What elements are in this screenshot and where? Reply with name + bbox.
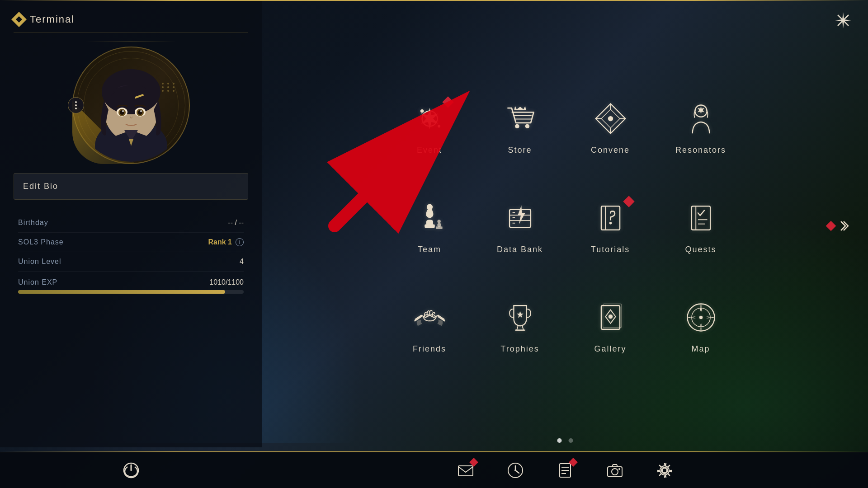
svg-rect-32 <box>437 223 441 226</box>
svg-point-19 <box>515 124 519 128</box>
more-arrow[interactable] <box>827 219 850 233</box>
left-panel: Terminal <box>0 0 262 447</box>
svg-point-70 <box>612 469 618 475</box>
stats-section: Birthday -- / -- SOL3 Phase Rank 1 i Uni… <box>14 213 248 298</box>
svg-rect-60 <box>458 466 473 476</box>
exp-header: Union EXP 1010/1100 <box>18 278 244 286</box>
svg-rect-27 <box>425 224 435 228</box>
trophies-label: Trophies <box>500 344 539 354</box>
bottom-clock-button[interactable] <box>504 459 527 482</box>
union-level-value: 4 <box>240 258 244 266</box>
power-button[interactable] <box>120 459 142 482</box>
settings-icon <box>656 461 674 479</box>
birthday-value: -- / -- <box>228 219 244 227</box>
menu-item-friends[interactable]: Friends <box>384 276 475 375</box>
svg-point-33 <box>437 220 441 223</box>
birthday-row: Birthday -- / -- <box>18 213 244 233</box>
info-icon[interactable]: i <box>236 238 244 246</box>
bottom-settings-button[interactable] <box>653 459 676 482</box>
svg-point-74 <box>662 468 667 473</box>
svg-point-16 <box>438 125 440 127</box>
bottom-mail-button[interactable] <box>454 459 477 482</box>
svg-point-4 <box>102 69 160 114</box>
resonators-icon-container <box>680 98 721 139</box>
resonators-icon <box>684 102 718 136</box>
edit-bio-button[interactable]: Edit Bio <box>14 173 248 200</box>
event-label: Event <box>417 145 442 155</box>
birthday-label: Birthday <box>18 219 48 227</box>
union-exp-value: 1010/1100 <box>209 278 244 286</box>
resonators-label: Resonators <box>675 145 726 155</box>
menu-item-trophies[interactable]: Trophies <box>475 276 565 375</box>
bottom-camera-button[interactable] <box>604 459 626 482</box>
convene-icon <box>594 102 627 136</box>
terminal-header: Terminal <box>14 9 248 33</box>
store-icon <box>503 102 537 136</box>
union-level-label: Union Level <box>18 258 61 266</box>
exp-bar-fill <box>18 290 225 294</box>
character-illustration <box>72 47 190 164</box>
terminal-diamond-icon <box>11 12 27 27</box>
bottom-notes-button[interactable] <box>554 459 576 482</box>
menu-item-databank[interactable]: Data Bank <box>475 176 565 276</box>
svg-point-71 <box>618 468 620 470</box>
convene-label: Convene <box>591 145 630 155</box>
union-exp-label: Union EXP <box>18 278 57 286</box>
databank-label: Data Bank <box>497 245 543 254</box>
tutorials-icon <box>594 201 627 235</box>
close-button[interactable] <box>832 9 854 32</box>
trophies-icon <box>503 300 537 334</box>
menu-item-resonators[interactable]: Resonators <box>656 77 746 176</box>
svg-point-11 <box>122 110 124 112</box>
quests-icon-container <box>680 197 721 238</box>
map-icon <box>684 300 718 334</box>
menu-item-event[interactable]: Event <box>384 77 475 176</box>
event-icon <box>413 102 447 136</box>
menu-item-convene[interactable]: Convene <box>565 77 656 176</box>
event-icon-container <box>409 98 450 139</box>
team-icon-container <box>409 197 450 238</box>
databank-icon-container <box>500 197 540 238</box>
menu-item-quests[interactable]: Quests <box>656 176 746 276</box>
quests-label: Quests <box>685 245 716 254</box>
svg-rect-43 <box>691 206 710 230</box>
svg-point-21 <box>608 116 613 121</box>
trophies-icon-container <box>500 297 540 338</box>
convene-icon-container <box>590 98 631 139</box>
avatar-top-line <box>86 42 176 42</box>
tutorials-icon-container <box>590 197 631 238</box>
page-dot-1[interactable] <box>557 438 562 443</box>
menu-item-tutorials[interactable]: Tutorials <box>565 176 656 276</box>
camera-icon <box>606 461 624 479</box>
page-dot-2[interactable] <box>569 438 573 443</box>
bottom-right <box>262 459 868 482</box>
power-icon <box>122 461 140 479</box>
sol3-value: Rank 1 <box>208 238 232 246</box>
team-label: Team <box>418 245 441 254</box>
top-border <box>0 0 868 1</box>
svg-point-50 <box>608 314 612 318</box>
bottom-bar <box>0 452 868 488</box>
svg-point-42 <box>609 221 612 224</box>
exp-bar-bg <box>18 290 244 294</box>
rank-info: Rank 1 i <box>208 238 244 246</box>
chevron-right-icon <box>836 219 850 233</box>
friends-label: Friends <box>413 344 446 354</box>
avatar-menu-button[interactable] <box>68 97 84 113</box>
svg-point-20 <box>525 124 529 128</box>
svg-point-30 <box>426 204 432 210</box>
menu-item-team[interactable]: Team <box>384 176 475 276</box>
gallery-icon <box>594 300 627 334</box>
friends-icon <box>413 300 447 334</box>
svg-point-64 <box>514 469 516 471</box>
more-notif-badge <box>826 221 836 231</box>
sol3-label: SOL3 Phase <box>18 238 64 246</box>
union-level-row: Union Level 4 <box>18 252 244 272</box>
menu-item-store[interactable]: Store <box>475 77 565 176</box>
menu-item-gallery[interactable]: Gallery <box>565 276 656 375</box>
databank-icon <box>503 201 537 235</box>
three-dots-icon <box>75 101 77 109</box>
svg-point-29 <box>426 220 433 223</box>
tutorials-label: Tutorials <box>591 245 630 254</box>
menu-item-map[interactable]: Map <box>656 276 746 375</box>
